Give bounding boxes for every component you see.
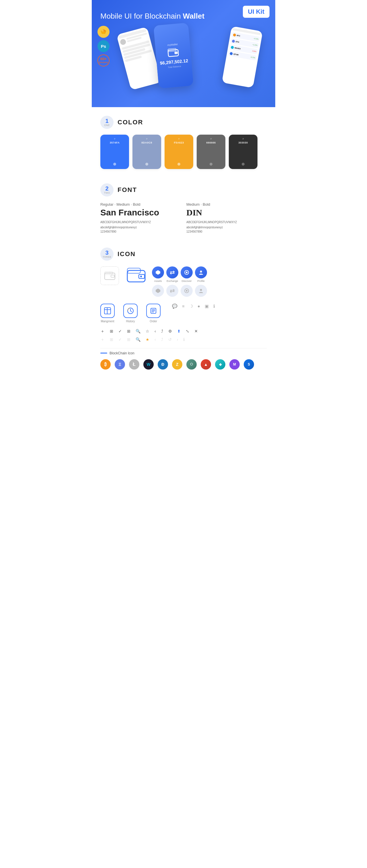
exchange-icon-circle (166, 267, 178, 278)
wallet-grid-svg (104, 271, 116, 280)
app-icons-row: Mangment History (101, 304, 266, 323)
svg-point-21 (200, 271, 202, 273)
management-label: Mangment (101, 320, 114, 323)
resize-icon: ⤡ (186, 329, 189, 334)
svg-rect-7 (174, 51, 178, 54)
font-din: Medium · Bold DIN ABCDEFGHIJKLMNOPQRSTUV… (186, 202, 266, 233)
exchange-icon-gray (166, 285, 178, 297)
font-section-header: 2 TWO FONT (101, 183, 266, 196)
chat-icon: 💬 (172, 304, 177, 309)
font-din-style: Medium · Bold (186, 202, 266, 207)
nav-assets-item-gray (152, 285, 164, 297)
svg-rect-14 (127, 271, 145, 282)
etc-icon: ⬡ (186, 359, 197, 370)
discover-icon (184, 270, 190, 275)
blockchain-label: BlockChain Icon (110, 351, 135, 355)
search-icon-gray: 🔍 (136, 337, 140, 342)
back-icon: ‹ (154, 329, 156, 334)
assets-label: Assets (154, 280, 162, 282)
misc-icons-group: 💬 ≡ ☽ ● ▣ ℹ (172, 304, 215, 309)
font-section-number: 2 TWO (101, 183, 114, 196)
nav-assets-item: Assets (152, 267, 164, 282)
order-icon-item: Order (146, 304, 161, 323)
font-din-lower: abcdefghijklmnopqrstuvwxyz (186, 225, 266, 230)
info-icon: ℹ (213, 304, 215, 309)
discover-icon-gray (181, 285, 193, 297)
font-din-upper: ABCDEFGHIJKLMNOPQRSTUVWXYZ (186, 220, 266, 225)
font-grid: Regular · Medium · Bold San Francisco AB… (101, 202, 266, 233)
svg-point-24 (186, 290, 188, 291)
exchange-icon (169, 270, 175, 275)
history-icon-item: History (123, 304, 138, 323)
dash-icon: Đ (158, 359, 168, 370)
color-swatch-orange: # F5A623 (165, 135, 193, 169)
font-din-nums: 1234567890 (186, 230, 266, 233)
share-icon-gray: ⤴ (161, 337, 163, 342)
nav-profile-item-gray (195, 285, 207, 297)
profile-label: Profile (197, 280, 205, 282)
ui-kit-badge: UI Kit (243, 6, 270, 18)
order-icon-box (146, 304, 161, 318)
assets-icon-g (155, 288, 161, 293)
color-swatch-blue: # 3574FA (101, 135, 129, 169)
blockchain-divider (101, 348, 266, 348)
font-num-label: TWO (104, 191, 110, 194)
wallet-blue-icon (126, 267, 146, 285)
history-icon (126, 307, 135, 315)
svg-point-20 (186, 272, 188, 273)
svg-marker-18 (156, 270, 160, 275)
icon-section-title: ICON (117, 250, 136, 258)
history-label: History (126, 320, 135, 323)
font-sf-name: San Francisco (101, 208, 181, 217)
order-icon (149, 307, 158, 315)
stack-icon: ≡ (182, 304, 185, 309)
stratis-icon: S (244, 359, 254, 370)
color-swatch-muted: # 8DA0C8 (133, 135, 161, 169)
circle-icon: ● (198, 304, 200, 309)
utility-icons-row-2: ＋ ⊞ ✓ ⊞ 🔍 ★ ‹ ⤴ ↺ › ℹ (101, 337, 266, 342)
management-icon-item: Mangment (101, 304, 115, 323)
nav-exchange-item-gray (166, 285, 178, 297)
star-icon: ☆ (146, 329, 149, 334)
star-icon-colored: ★ (146, 337, 149, 342)
color-num-big: 1 (105, 118, 108, 124)
color-swatches-container: # 3574FA # 8DA0C8 # F5A623 # 666666 # 30… (101, 135, 266, 169)
plus-icon: ＋ (101, 329, 105, 334)
profile-icon (198, 270, 204, 275)
discover-icon-circle (181, 267, 193, 278)
nav-discover-item-gray (181, 285, 193, 297)
blockchain-label-row: BlockChain Icon (101, 351, 266, 355)
waves-icon: W (143, 359, 154, 370)
color-section-title: COLOR (117, 119, 143, 126)
font-section: 2 TWO FONT Regular · Medium · Bold San F… (92, 175, 275, 239)
matic-icon: M (229, 359, 240, 370)
management-icon (104, 307, 112, 315)
color-swatch-gray: # 666666 (197, 135, 225, 169)
hero-title-bold: Wallet (183, 12, 205, 20)
zcash-icon: Z (172, 359, 182, 370)
icon-section-header: 3 THREE ICON (101, 248, 266, 261)
svg-point-17 (140, 276, 142, 277)
close-icon: ✕ (194, 329, 198, 334)
hero-title: Mobile UI for Blockchain Wallet (101, 11, 266, 21)
color-section-number: 1 ONE (101, 116, 114, 129)
wallet-wireframe-icon (101, 267, 120, 286)
plus-icon-gray: ＋ (101, 337, 105, 342)
hero-title-text: Mobile UI for Blockchain (101, 12, 183, 20)
svg-line-31 (131, 311, 132, 312)
exchange-icon-g (169, 288, 175, 293)
icon-section-number: 3 THREE (101, 248, 114, 261)
font-sf: Regular · Medium · Bold San Francisco AB… (101, 202, 181, 233)
phone-mockup-3: BTC +2.3% ETH +1.5% WA (222, 26, 263, 88)
icon-section: 3 THREE ICON (92, 239, 275, 384)
color-swatch-dark: # 303030 (229, 135, 257, 169)
refresh-icon-gray: ↺ (168, 337, 172, 342)
svg-rect-11 (111, 275, 114, 277)
hero-phones: myWallet $6,297,502.12 Total Balance (101, 27, 266, 90)
verge-icon: ◆ (215, 359, 225, 370)
phone-mockup-2: myWallet $6,297,502.12 Total Balance (153, 23, 194, 89)
profile-icon-g (198, 288, 204, 293)
message-icon: ▣ (205, 304, 209, 309)
blockchain-line (101, 353, 107, 353)
profile-icon-gray (195, 285, 207, 297)
